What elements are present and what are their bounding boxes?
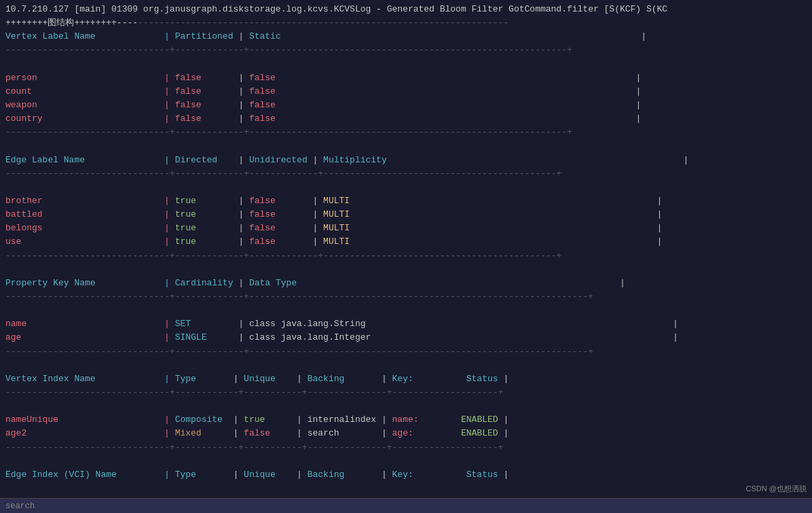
terminal-line-dashed-1: -------------------------------+--------… [0,43,812,57]
terminal-line-dashed-4: -------------------------------+--------… [0,249,812,263]
terminal-line-vertex-count: count | false | false | [0,85,812,99]
terminal-line-vertex-person: person | false | false | [0,71,812,85]
terminal-line-index-age2: age2 | Mixed | false | search | age: ENA… [0,427,812,440]
terminal-line-vertex-country: country | false | false | [0,112,812,126]
terminal-line-edge-index-header: Edge Index (VCI) Name | Type | Unique | … [0,468,812,482]
terminal-line-edge-battled: battled | true | false | MULTI | [0,208,812,222]
terminal-line-blank-1 [0,58,812,71]
terminal-line-edge-header: Edge Label Name | Directed | Unidirected… [0,154,812,167]
terminal-line-blank-8 [0,455,812,468]
terminal-line-edge-belongs: belongs | true | false | MULTI | [0,222,812,235]
terminal-line-dashed-5: -------------------------------+--------… [0,290,812,304]
terminal-line-header-path: 10.7.210.127 [main] 01309 org.janusgraph… [0,3,812,16]
terminal-line-dashed-7: -------------------------------+--------… [0,386,812,400]
terminal-window: 10.7.210.127 [main] 01309 org.janusgraph… [0,0,812,513]
terminal-line-prop-age: age | SINGLE | class java.lang.Integer | [0,331,812,344]
terminal-line-property-header: Property Key Name | Cardinality | Data T… [0,277,812,290]
terminal-line-dashed-8: -------------------------------+--------… [0,441,812,455]
terminal-line-vertex-index-header: Vertex Index Name | Type | Unique | Back… [0,372,812,386]
terminal-line-prop-name: name | SET | class java.lang.String | [0,317,812,331]
output-lines: 10.7.210.127 [main] 01309 org.janusgraph… [0,3,812,482]
terminal-line-edge-brother: brother | true | false | MULTI | [0,194,812,208]
terminal-line-dashed-2: -------------------------------+--------… [0,126,812,139]
terminal-line-blank-2 [0,139,812,153]
bottom-status-bar: search [0,498,812,513]
terminal-line-blank-5 [0,304,812,317]
terminal-line-blank-6 [0,359,812,372]
status-label: search [5,501,35,511]
terminal-line-vertex-header: Vertex Label Name | Partitioned | Static… [0,30,812,43]
watermark: CSDN @也想洒脱 [746,484,807,494]
terminal-line-dashed-6: -------------------------------+--------… [0,345,812,359]
terminal-line-vertex-weapon: weapon | false | false | [0,99,812,112]
terminal-line-edge-use: use | true | false | MULTI | [0,235,812,249]
terminal-line-blank-4 [0,263,812,277]
terminal-line-separator-top: ++++++++图结构++++++++---------------------… [0,16,812,30]
terminal-line-index-nameUnique: nameUnique | Composite | true | internal… [0,413,812,427]
terminal-line-dashed-3: -------------------------------+--------… [0,167,812,181]
terminal-line-blank-3 [0,181,812,194]
terminal-line-blank-7 [0,400,812,413]
